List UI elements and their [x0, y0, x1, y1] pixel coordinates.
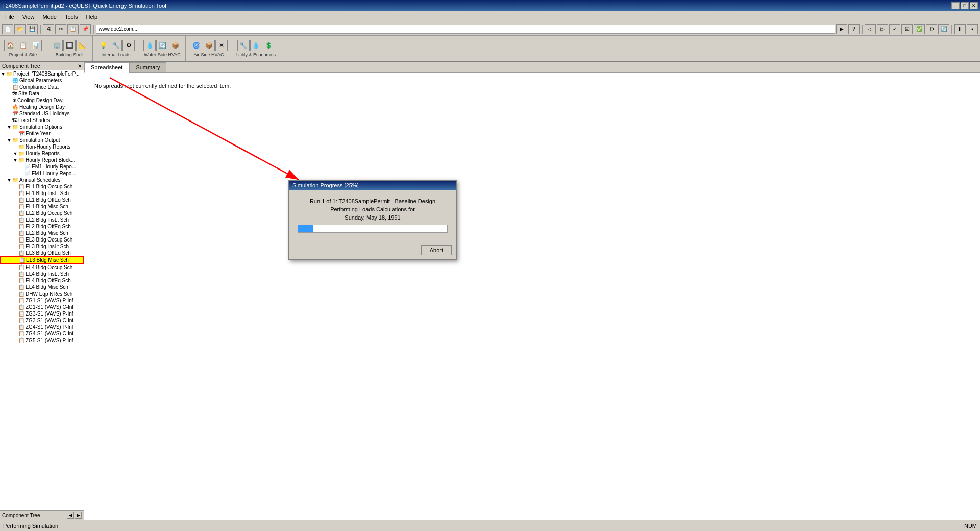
label-holidays: Standard US Holidays [19, 111, 69, 116]
toolbar-b1[interactable]: ◁ [865, 24, 876, 34]
toolbar-utility-btn1[interactable]: 🔧 [237, 40, 250, 51]
toolbar-new[interactable]: 📄 [2, 24, 13, 34]
toolbar-help[interactable]: ? [848, 24, 860, 34]
maximize-button[interactable]: □ [961, 2, 969, 9]
tree-item-el3inslt[interactable]: 📋EL3 Bldg InsLt Sch [0, 243, 84, 250]
toolbar-project-btn1[interactable]: 🏠 [4, 40, 16, 51]
toolbar-open[interactable]: 📂 [14, 24, 26, 34]
toolbar-air-btn1[interactable]: 🌀 [190, 40, 202, 51]
nav-left[interactable]: ◀ [67, 512, 74, 519]
toolbar-save[interactable]: 💾 [27, 24, 38, 34]
tree-item-fm1[interactable]: 📄FM1 Hourly Repo... [0, 170, 84, 177]
tree-item-el2misc[interactable]: 📋EL2 Bldg Misc Sch [0, 230, 84, 236]
tree-item-el2offeq[interactable]: 📋EL2 Bldg OffEq Sch [0, 223, 84, 230]
toolbar-print[interactable]: 🖨 [43, 24, 54, 34]
toolbar-shell-btn2[interactable]: 🔲 [63, 40, 76, 51]
label-zg4c: ZG4-S1 (VAVS) C-Inf [26, 331, 74, 336]
minimize-button[interactable]: _ [951, 2, 960, 9]
tree-item-hourlyreports[interactable]: ▼📁Hourly Reports [0, 150, 84, 157]
title-bar-controls[interactable]: _ □ ✕ [951, 2, 978, 9]
toolbar-b2[interactable]: ▷ [877, 24, 888, 34]
tree-item-entireyear[interactable]: 📅Entire Year [0, 130, 84, 137]
tree-item-el3occup[interactable]: 📋EL3 Bldg Occup Sch [0, 236, 84, 243]
tree-item-simoutput[interactable]: ▼📁Simulation Output [0, 137, 84, 143]
tree-item-simoptions[interactable]: ▼📁Simulation Options [0, 124, 84, 130]
tree-item-heating[interactable]: 🔥Heating Design Day [0, 104, 84, 110]
panel-close[interactable]: ✕ [78, 63, 82, 69]
toolbar-air-btn3[interactable]: ✕ [215, 40, 228, 51]
toolbar-b9[interactable]: ▪ [967, 24, 978, 34]
tree-item-el4offeq[interactable]: 📋EL4 Bldg OffEq Sch [0, 277, 84, 284]
toolbar-shell-btn3[interactable]: 📐 [76, 40, 88, 51]
toolbar-loads-btn1[interactable]: 💡 [97, 40, 109, 51]
toolbar-water-btn3[interactable]: 📦 [169, 40, 181, 51]
toolbar-b3[interactable]: ✓ [889, 24, 900, 34]
toolbar-loads-btn3[interactable]: ⚙ [122, 40, 135, 51]
tree-item-compliance[interactable]: 📋Compliance Data [0, 84, 84, 90]
nav-right[interactable]: ▶ [75, 512, 82, 519]
tree-item-el4occup[interactable]: 📋EL4 Bldg Occup Sch [0, 264, 84, 271]
toolbar-air-btn2[interactable]: 📦 [203, 40, 215, 51]
menu-view[interactable]: View [18, 13, 39, 21]
tree-item-el1occup[interactable]: 📋EL1 Bldg Occup Sch [0, 183, 84, 190]
toolbar-water-btn1[interactable]: 💧 [143, 40, 156, 51]
menu-help[interactable]: Help [82, 13, 102, 21]
tree-item-el2occup[interactable]: 📋EL2 Bldg Occup Sch [0, 210, 84, 216]
tree-item-zg1p[interactable]: 📋ZG1-S1 (VAVS) P-Inf [0, 297, 84, 304]
tree-item-zg3p[interactable]: 📋ZG3-S1 (VAVS) P-Inf [0, 310, 84, 317]
tree-item-global[interactable]: 🌐Global Parameters [0, 77, 84, 84]
tree-item-em1[interactable]: 📄EM1 Hourly Repo... [0, 163, 84, 170]
tree-item-zg3c[interactable]: 📋ZG3-S1 (VAVS) C-Inf [0, 317, 84, 324]
toolbar-utility-btn2[interactable]: 💧 [250, 40, 262, 51]
tree-item-zg1c[interactable]: 📋ZG1-S1 (VAVS) C-Inf [0, 304, 84, 310]
toolbar-copy[interactable]: 📋 [67, 24, 79, 34]
toolbar-b7[interactable]: 🔄 [938, 24, 949, 34]
tree-container[interactable]: ▼📁Project: 'T2408SampleForP... 🌐Global P… [0, 70, 84, 510]
tree-item-zg4c[interactable]: 📋ZG4-S1 (VAVS) C-Inf [0, 330, 84, 337]
tab-spreadsheet[interactable]: Spreadsheet [84, 62, 129, 73]
menu-tools[interactable]: Tools [61, 13, 82, 21]
toolbar-water-btn2[interactable]: 🔄 [156, 40, 168, 51]
tree-item-zg5p[interactable]: 📋ZG5-S1 (VAVS) P-Inf [0, 337, 84, 344]
toolbar-b8[interactable]: ⏸ [954, 24, 966, 34]
tree-item-el2inslt[interactable]: 📋EL2 Bldg InsLt Sch [0, 216, 84, 223]
tree-item-zg4p[interactable]: 📋ZG4-S1 (VAVS) P-Inf [0, 324, 84, 330]
menu-mode[interactable]: Mode [38, 13, 61, 21]
tree-item-shades[interactable]: 🏗Fixed Shades [0, 117, 84, 124]
toolbar-b5[interactable]: ✅ [914, 24, 925, 34]
toolbar-b6[interactable]: ⚙ [926, 24, 937, 34]
tree-item-project[interactable]: ▼📁Project: 'T2408SampleForP... [0, 70, 84, 77]
tree-item-el1inslt[interactable]: 📋EL1 Bldg InsLt Sch [0, 190, 84, 197]
toolbar-cut[interactable]: ✂ [55, 24, 66, 34]
tree-item-el4inslt[interactable]: 📋EL4 Bldg InsLt Sch [0, 271, 84, 277]
tree-item-nonhourly[interactable]: 📁Non-Hourly Reports [0, 143, 84, 150]
tree-item-el1offeq[interactable]: 📋EL1 Bldg OffEq Sch [0, 197, 84, 203]
tree-item-el1misc[interactable]: 📋EL1 Bldg Misc Sch [0, 203, 84, 210]
url-bar[interactable]: www.doe2.com... [96, 25, 835, 34]
tree-item-el4misc[interactable]: 📋EL4 Bldg Misc Sch [0, 284, 84, 291]
toolbar-project-btn2[interactable]: 📋 [17, 40, 29, 51]
tab-summary[interactable]: Summary [129, 62, 166, 72]
toolbar-shell-btn1[interactable]: 🏢 [51, 40, 63, 51]
label-zg5p: ZG5-S1 (VAVS) P-Inf [26, 337, 74, 343]
toolbar-b4[interactable]: ☑ [901, 24, 913, 34]
icon-zg4c: 📋 [18, 331, 24, 336]
toolbar-go[interactable]: ▶ [836, 24, 847, 34]
tree-item-annualsched[interactable]: ▼📁Annual Schedules [0, 177, 84, 183]
tree-item-site[interactable]: 🗺Site Data [0, 90, 84, 97]
tree-item-dhw[interactable]: 📋DHW Eqp NRes Sch [0, 291, 84, 297]
toolbar-loads-btn2[interactable]: 🔧 [110, 40, 122, 51]
toolbar-paste[interactable]: 📌 [80, 24, 91, 34]
tree-item-el3offeq[interactable]: 📋EL3 Bldg OffEq Sch [0, 250, 84, 256]
tree-item-holidays[interactable]: 📅Standard US Holidays [0, 110, 84, 117]
toolbar-project-btn3[interactable]: 📊 [30, 40, 42, 51]
close-button[interactable]: ✕ [970, 2, 978, 9]
abort-button[interactable]: Abort [421, 245, 452, 255]
tree-item-cooling[interactable]: ❄Cooling Design Day [0, 97, 84, 104]
tree-item-el3misc[interactable]: 📋EL3 Bldg Misc Sch [0, 256, 84, 264]
toolbar-project-label: Project & Site [9, 52, 37, 57]
tree-item-hourlyblock[interactable]: ▼📁Hourly Report Block... [0, 157, 84, 163]
toolbar-utility-btn3[interactable]: 💲 [263, 40, 275, 51]
icon-zg5p: 📋 [18, 337, 24, 343]
menu-file[interactable]: File [1, 13, 18, 21]
